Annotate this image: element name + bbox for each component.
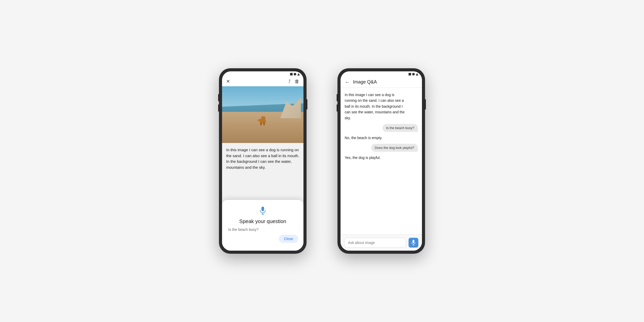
svg-rect-3 [413, 240, 414, 243]
delete-icon[interactable]: 🗑 [295, 79, 299, 84]
ask-about-image-input[interactable] [344, 238, 406, 248]
close-voice-button[interactable]: Close [279, 235, 298, 243]
status-icon-signal [290, 73, 293, 75]
user-question-2: Does the dog look playful? [371, 144, 418, 152]
beach-photo [222, 86, 303, 143]
phone2-header: ← Image Q&A [341, 77, 422, 88]
ai-response-3: Yes, the dog is playful. [345, 155, 407, 160]
power-button-2 [425, 99, 426, 109]
mic-icon [258, 206, 267, 215]
volume-up-button [218, 94, 219, 101]
voice-modal: Speak your question Is the beach busy? C… [222, 200, 303, 251]
speak-subtitle: Is the beach busy? [227, 227, 259, 232]
dog-figure [258, 113, 268, 126]
status-icon-wifi-2 [412, 73, 415, 75]
phone-1-screen: ✕ ⤴ 🗑 In this image I can see a dog is r… [222, 71, 303, 251]
status-icon-battery [297, 73, 300, 75]
svg-rect-0 [261, 207, 264, 211]
mic-send-button[interactable] [409, 238, 418, 248]
dog-leg-right [263, 122, 265, 125]
phone-2-screen: ← Image Q&A In this image I can see a do… [341, 71, 422, 251]
phone1-header: ✕ ⤴ 🗑 [222, 77, 303, 86]
status-icons-1 [290, 73, 300, 75]
status-icon-wifi [294, 73, 296, 75]
status-icons-2 [409, 73, 418, 75]
phone-1: ✕ ⤴ 🗑 In this image I can see a dog is r… [219, 68, 307, 254]
volume-down-button [218, 104, 219, 112]
volume-up-button-2 [337, 94, 337, 101]
dog-leg-left [260, 122, 262, 125]
chat-input-bar [341, 234, 422, 251]
power-button [307, 99, 307, 109]
back-button[interactable]: ← [345, 79, 350, 85]
header-right-icons: ⤴ 🗑 [288, 79, 299, 84]
speak-title: Speak your question [239, 218, 286, 224]
status-bar-1 [222, 71, 303, 77]
screen-title: Image Q&A [353, 79, 377, 85]
description-text: In this image I can see a dog is running… [226, 147, 299, 170]
share-icon[interactable]: ⤴ [288, 79, 291, 84]
ai-response-1: In this image I can see a dog is running… [345, 92, 407, 121]
status-bar-2 [341, 71, 422, 77]
ai-response-2: No, the beach is empty. [345, 135, 407, 141]
volume-down-button-2 [337, 104, 337, 112]
close-button[interactable]: ✕ [226, 79, 230, 84]
phone-2: ← Image Q&A In this image I can see a do… [337, 68, 425, 254]
user-question-1: Is the beach busy? [383, 124, 418, 132]
status-icon-signal-2 [409, 73, 411, 75]
chat-area: In this image I can see a dog is running… [341, 88, 422, 234]
dog-head [261, 116, 265, 120]
status-icon-battery-2 [416, 73, 418, 75]
